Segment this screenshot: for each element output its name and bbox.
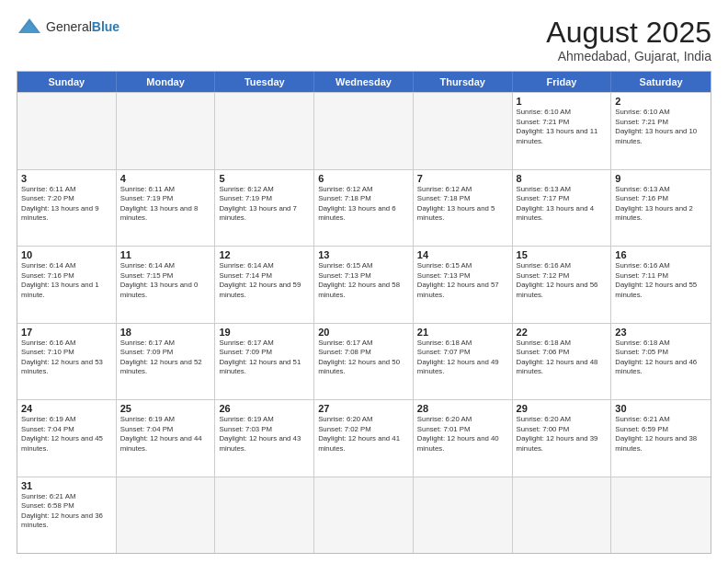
cell-date: 14 bbox=[417, 249, 508, 260]
cell-info: Sunrise: 6:12 AM Sunset: 7:18 PM Dayligh… bbox=[417, 185, 508, 224]
table-row: 4Sunrise: 6:11 AM Sunset: 7:19 PM Daylig… bbox=[117, 170, 216, 246]
weekday-tuesday: Tuesday bbox=[215, 72, 314, 92]
table-row bbox=[215, 477, 314, 553]
cell-date: 2 bbox=[615, 96, 707, 107]
cell-date: 4 bbox=[120, 173, 211, 184]
cell-info: Sunrise: 6:10 AM Sunset: 7:21 PM Dayligh… bbox=[517, 108, 608, 146]
cell-info: Sunrise: 6:14 AM Sunset: 7:14 PM Dayligh… bbox=[219, 261, 310, 300]
table-row: 17Sunrise: 6:16 AM Sunset: 7:10 PM Dayli… bbox=[17, 324, 117, 399]
table-row bbox=[414, 477, 513, 553]
cell-info: Sunrise: 6:15 AM Sunset: 7:13 PM Dayligh… bbox=[417, 261, 508, 300]
cell-info: Sunrise: 6:11 AM Sunset: 7:20 PM Dayligh… bbox=[21, 185, 112, 224]
cell-date: 29 bbox=[517, 403, 608, 414]
table-row: 16Sunrise: 6:16 AM Sunset: 7:11 PM Dayli… bbox=[611, 247, 711, 322]
page: GeneralBlue August 2025 Ahmedabad, Gujar… bbox=[0, 0, 728, 563]
weekday-saturday: Saturday bbox=[611, 72, 711, 92]
table-row: 31Sunrise: 6:21 AM Sunset: 6:58 PM Dayli… bbox=[17, 477, 117, 553]
title-block: August 2025 Ahmedabad, Gujarat, India bbox=[546, 17, 711, 63]
cell-date: 3 bbox=[21, 173, 112, 184]
cell-date: 27 bbox=[318, 403, 409, 414]
calendar-title: August 2025 bbox=[546, 17, 711, 49]
table-row: 11Sunrise: 6:14 AM Sunset: 7:15 PM Dayli… bbox=[117, 247, 216, 322]
table-row: 12Sunrise: 6:14 AM Sunset: 7:14 PM Dayli… bbox=[215, 247, 314, 322]
weekday-monday: Monday bbox=[117, 72, 216, 92]
cell-info: Sunrise: 6:20 AM Sunset: 7:01 PM Dayligh… bbox=[417, 415, 508, 454]
cell-info: Sunrise: 6:20 AM Sunset: 7:02 PM Dayligh… bbox=[318, 415, 409, 454]
logo-icon bbox=[17, 17, 42, 37]
cell-date: 30 bbox=[615, 403, 707, 414]
table-row: 8Sunrise: 6:13 AM Sunset: 7:17 PM Daylig… bbox=[513, 170, 612, 246]
cell-date: 19 bbox=[219, 327, 310, 338]
table-row: 19Sunrise: 6:17 AM Sunset: 7:09 PM Dayli… bbox=[215, 324, 314, 399]
cell-date: 26 bbox=[219, 403, 310, 414]
cell-date: 7 bbox=[417, 173, 508, 184]
weekday-friday: Friday bbox=[513, 72, 612, 92]
cell-info: Sunrise: 6:11 AM Sunset: 7:19 PM Dayligh… bbox=[120, 185, 211, 224]
calendar-week-2: 3Sunrise: 6:11 AM Sunset: 7:20 PM Daylig… bbox=[17, 169, 711, 246]
cell-info: Sunrise: 6:19 AM Sunset: 7:04 PM Dayligh… bbox=[120, 415, 211, 454]
cell-date: 8 bbox=[517, 173, 608, 184]
cell-info: Sunrise: 6:13 AM Sunset: 7:17 PM Dayligh… bbox=[517, 185, 608, 224]
cell-info: Sunrise: 6:12 AM Sunset: 7:19 PM Dayligh… bbox=[219, 185, 310, 224]
cell-date: 15 bbox=[517, 249, 608, 260]
weekday-thursday: Thursday bbox=[414, 72, 513, 92]
cell-date: 31 bbox=[21, 480, 112, 491]
calendar-week-5: 24Sunrise: 6:19 AM Sunset: 7:04 PM Dayli… bbox=[17, 399, 711, 476]
cell-date: 12 bbox=[219, 249, 310, 260]
table-row bbox=[314, 477, 414, 553]
cell-info: Sunrise: 6:17 AM Sunset: 7:08 PM Dayligh… bbox=[318, 339, 409, 377]
cell-info: Sunrise: 6:21 AM Sunset: 6:59 PM Dayligh… bbox=[615, 415, 707, 454]
cell-info: Sunrise: 6:13 AM Sunset: 7:16 PM Dayligh… bbox=[615, 185, 707, 224]
table-row bbox=[215, 93, 314, 168]
table-row: 22Sunrise: 6:18 AM Sunset: 7:06 PM Dayli… bbox=[513, 324, 612, 399]
cell-date: 11 bbox=[120, 249, 211, 260]
cell-date: 10 bbox=[21, 249, 112, 260]
weekday-wednesday: Wednesday bbox=[314, 72, 414, 92]
table-row: 24Sunrise: 6:19 AM Sunset: 7:04 PM Dayli… bbox=[17, 400, 117, 476]
table-row: 9Sunrise: 6:13 AM Sunset: 7:16 PM Daylig… bbox=[611, 170, 711, 246]
table-row bbox=[314, 93, 414, 168]
table-row: 5Sunrise: 6:12 AM Sunset: 7:19 PM Daylig… bbox=[215, 170, 314, 246]
table-row: 3Sunrise: 6:11 AM Sunset: 7:20 PM Daylig… bbox=[17, 170, 117, 246]
table-row: 13Sunrise: 6:15 AM Sunset: 7:13 PM Dayli… bbox=[314, 247, 414, 322]
cell-info: Sunrise: 6:16 AM Sunset: 7:11 PM Dayligh… bbox=[615, 261, 707, 300]
table-row: 26Sunrise: 6:19 AM Sunset: 7:03 PM Dayli… bbox=[215, 400, 314, 476]
cell-info: Sunrise: 6:21 AM Sunset: 6:58 PM Dayligh… bbox=[21, 492, 112, 531]
cell-info: Sunrise: 6:18 AM Sunset: 7:07 PM Dayligh… bbox=[417, 339, 508, 377]
cell-date: 6 bbox=[318, 173, 409, 184]
cell-date: 24 bbox=[21, 403, 112, 414]
cell-date: 16 bbox=[615, 249, 707, 260]
cell-info: Sunrise: 6:14 AM Sunset: 7:15 PM Dayligh… bbox=[120, 261, 211, 300]
table-row: 23Sunrise: 6:18 AM Sunset: 7:05 PM Dayli… bbox=[611, 324, 711, 399]
cell-info: Sunrise: 6:17 AM Sunset: 7:09 PM Dayligh… bbox=[120, 339, 211, 377]
cell-date: 28 bbox=[417, 403, 508, 414]
table-row: 20Sunrise: 6:17 AM Sunset: 7:08 PM Dayli… bbox=[314, 324, 414, 399]
cell-info: Sunrise: 6:17 AM Sunset: 7:09 PM Dayligh… bbox=[219, 339, 310, 377]
table-row: 15Sunrise: 6:16 AM Sunset: 7:12 PM Dayli… bbox=[513, 247, 612, 322]
cell-info: Sunrise: 6:19 AM Sunset: 7:04 PM Dayligh… bbox=[21, 415, 112, 454]
table-row bbox=[117, 93, 216, 168]
cell-info: Sunrise: 6:18 AM Sunset: 7:05 PM Dayligh… bbox=[615, 339, 707, 377]
table-row: 28Sunrise: 6:20 AM Sunset: 7:01 PM Dayli… bbox=[414, 400, 513, 476]
cell-date: 13 bbox=[318, 249, 409, 260]
cell-date: 9 bbox=[615, 173, 707, 184]
cell-date: 17 bbox=[21, 327, 112, 338]
cell-info: Sunrise: 6:20 AM Sunset: 7:00 PM Dayligh… bbox=[517, 415, 608, 454]
table-row: 25Sunrise: 6:19 AM Sunset: 7:04 PM Dayli… bbox=[117, 400, 216, 476]
table-row bbox=[414, 93, 513, 168]
calendar-week-6: 31Sunrise: 6:21 AM Sunset: 6:58 PM Dayli… bbox=[17, 477, 711, 553]
table-row: 2Sunrise: 6:10 AM Sunset: 7:21 PM Daylig… bbox=[611, 93, 711, 168]
calendar: Sunday Monday Tuesday Wednesday Thursday… bbox=[17, 71, 711, 554]
table-row: 1Sunrise: 6:10 AM Sunset: 7:21 PM Daylig… bbox=[513, 93, 612, 168]
cell-date: 23 bbox=[615, 327, 707, 338]
cell-date: 21 bbox=[417, 327, 508, 338]
cell-info: Sunrise: 6:10 AM Sunset: 7:21 PM Dayligh… bbox=[615, 108, 707, 146]
table-row: 6Sunrise: 6:12 AM Sunset: 7:18 PM Daylig… bbox=[314, 170, 414, 246]
calendar-subtitle: Ahmedabad, Gujarat, India bbox=[546, 49, 711, 63]
calendar-body: 1Sunrise: 6:10 AM Sunset: 7:21 PM Daylig… bbox=[17, 92, 711, 553]
table-row: 18Sunrise: 6:17 AM Sunset: 7:09 PM Dayli… bbox=[117, 324, 216, 399]
table-row: 30Sunrise: 6:21 AM Sunset: 6:59 PM Dayli… bbox=[611, 400, 711, 476]
header: GeneralBlue August 2025 Ahmedabad, Gujar… bbox=[17, 17, 711, 63]
cell-date: 20 bbox=[318, 327, 409, 338]
table-row bbox=[17, 93, 117, 168]
